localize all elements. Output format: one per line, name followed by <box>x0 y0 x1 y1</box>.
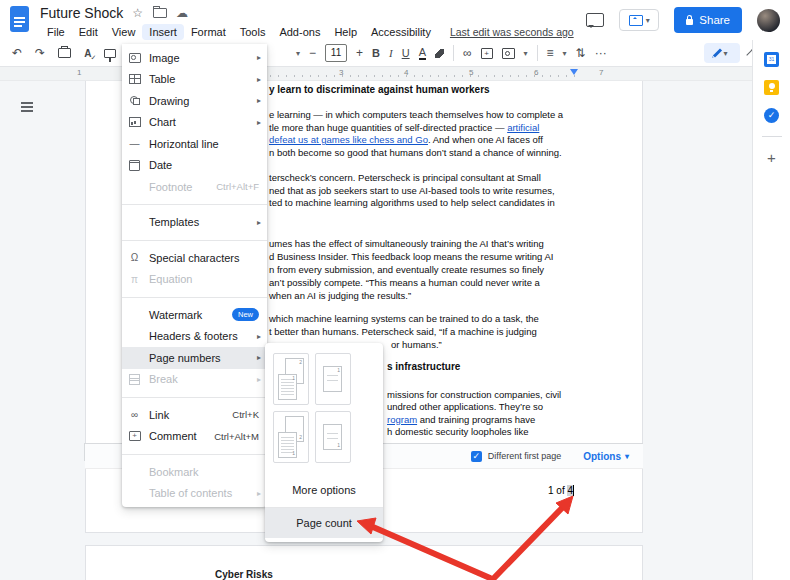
image-dropdown-icon[interactable]: ▾ <box>524 49 528 58</box>
menu-item-watermark[interactable]: WatermarkNew <box>122 304 267 326</box>
menu-item-horizontal-line[interactable]: —Horizontal line <box>122 133 267 155</box>
indent-marker-icon[interactable] <box>570 69 578 75</box>
menu-item-label: Bookmark <box>149 466 199 478</box>
spellcheck-button[interactable]: A <box>84 48 91 59</box>
insert-comment-button[interactable]: + <box>481 48 493 59</box>
submenu-arrow-icon: ▸ <box>257 353 261 362</box>
menubar-item-format[interactable]: Format <box>184 24 233 40</box>
ruler[interactable]: 134567 <box>0 66 752 81</box>
submenu-arrow-icon: ▸ <box>257 75 261 84</box>
redo-button[interactable]: ↷ <box>35 40 45 66</box>
submenu-more-options[interactable]: More options <box>265 477 383 503</box>
highlight-color-button[interactable] <box>435 49 444 58</box>
more-toolbar-button[interactable]: ··· <box>595 40 607 66</box>
drawing-icon <box>128 95 141 107</box>
menu-item-templates[interactable]: Templates▸ <box>122 212 267 234</box>
menubar-item-insert[interactable]: Insert <box>142 24 184 40</box>
page-number-field[interactable]: 1 of 4 <box>548 485 574 496</box>
menu-item-special-characters[interactable]: ΩSpecial characters <box>122 247 267 269</box>
submenu-page-count[interactable]: Page count <box>265 508 383 538</box>
menu-item-chart[interactable]: Chart▸ <box>122 112 267 134</box>
insert-image-button[interactable] <box>502 48 515 59</box>
menubar-item-file[interactable]: File <box>40 24 72 40</box>
menu-icon-placeholder <box>128 309 141 321</box>
menubar-item-help[interactable]: Help <box>327 24 364 40</box>
bold-button[interactable]: B <box>372 40 380 66</box>
google-tasks-icon[interactable]: ✓ <box>764 108 779 123</box>
menu-item-comment[interactable]: +CommentCtrl+Alt+M <box>122 426 267 448</box>
pi-icon: π <box>128 273 141 285</box>
toolbar-divider <box>453 45 454 61</box>
menu-item-label: Special characters <box>149 252 240 264</box>
menu-item-label: Comment <box>149 430 197 442</box>
last-edit-status[interactable]: Last edit was seconds ago <box>450 26 574 38</box>
font-size-input[interactable]: 11 <box>325 44 347 62</box>
page-numbers-submenu: 211211 More options Page count <box>265 343 383 542</box>
menubar-item-tools[interactable]: Tools <box>233 24 273 40</box>
menu-icon-placeholder <box>128 330 141 342</box>
underline-button[interactable]: U <box>402 40 410 66</box>
account-avatar[interactable] <box>757 9 780 32</box>
insert-menu: Image▸Table▸Drawing▸Chart▸—Horizontal li… <box>122 44 267 507</box>
menubar-item-accessibility[interactable]: Accessibility <box>364 24 438 40</box>
line-spacing-button[interactable]: ⇅ <box>576 40 586 66</box>
undo-button[interactable]: ↶ <box>12 40 22 66</box>
ruler-number-1: 1 <box>77 68 81 77</box>
menubar-item-edit[interactable]: Edit <box>72 24 105 40</box>
menu-item-date[interactable]: Date <box>122 155 267 177</box>
menu-item-table[interactable]: Table▸ <box>122 69 267 91</box>
print-button[interactable] <box>58 48 71 58</box>
page-number-option-header-except-first[interactable]: 1 <box>315 353 351 405</box>
paint-format-button[interactable] <box>104 49 116 58</box>
ruler-number-7: 7 <box>599 68 603 77</box>
document-title[interactable]: Future Shock <box>40 5 123 21</box>
open-comments-icon[interactable] <box>586 13 604 27</box>
get-add-ons-icon[interactable]: + <box>767 150 776 165</box>
footer-options-button[interactable]: Options ▾ <box>583 451 629 462</box>
move-to-folder-icon[interactable] <box>153 8 167 18</box>
align-button[interactable]: ≡ <box>547 40 554 66</box>
text-color-button[interactable]: A <box>419 47 426 60</box>
menu-item-headers-footers[interactable]: Headers & footers▸ <box>122 326 267 348</box>
page-number-option-header-all-pages[interactable]: 21 <box>273 353 309 405</box>
page-number-option-footer-all-pages[interactable]: 21 <box>273 411 309 463</box>
editing-mode-button[interactable]: ▾ <box>704 43 740 63</box>
menubar-item-view[interactable]: View <box>105 24 143 40</box>
menu-item-link[interactable]: ∞LinkCtrl+K <box>122 404 267 426</box>
align-dropdown-icon[interactable]: ▾ <box>563 49 567 58</box>
menu-item-image[interactable]: Image▸ <box>122 47 267 69</box>
star-icon[interactable]: ☆ <box>132 7 143 19</box>
menu-icon-placeholder <box>128 181 141 193</box>
share-button[interactable]: Share <box>674 7 742 33</box>
insert-link-button[interactable]: ∞ <box>463 40 472 66</box>
menu-shortcut: Ctrl+Alt+F <box>216 181 259 192</box>
google-keep-icon[interactable] <box>764 80 779 95</box>
menu-item-drawing[interactable]: Drawing▸ <box>122 90 267 112</box>
submenu-arrow-icon: ▸ <box>257 218 261 227</box>
menu-item-label: Image <box>149 52 180 64</box>
next-page-heading: Cyber Risks <box>215 569 273 580</box>
menu-item-page-numbers[interactable]: Page numbers▸ <box>122 347 267 369</box>
google-calendar-icon[interactable] <box>764 52 779 67</box>
menu-item-footnote: FootnoteCtrl+Alt+F <box>122 176 267 198</box>
menu-icon-placeholder <box>128 216 141 228</box>
menu-divider <box>122 454 267 455</box>
next-page[interactable]: Cyber Risks <box>85 545 643 580</box>
increase-font-size-button[interactable]: + <box>356 40 363 66</box>
menu-item-label: Date <box>149 159 172 171</box>
decrease-font-size-button[interactable]: − <box>309 40 316 66</box>
menu-item-label: Table of contents <box>149 487 232 499</box>
toolbar: ↶ ↷ A ▾ − 11 + B I U A ∞ + ▾ ≡ ▾ ⇅ ··· ▾ <box>0 40 790 67</box>
styles-dropdown-icon[interactable]: ▾ <box>296 49 300 58</box>
italic-button[interactable]: I <box>389 40 393 66</box>
menu-item-break: Break▸ <box>122 369 267 391</box>
menubar-item-add-ons[interactable]: Add-ons <box>272 24 327 40</box>
present-button[interactable]: ▾ <box>619 9 659 31</box>
menu-item-equation: πEquation <box>122 269 267 291</box>
page-number-option-footer-except-first[interactable]: 1 <box>315 411 351 463</box>
google-docs-logo-icon[interactable] <box>10 6 29 32</box>
chevron-down-icon: ▾ <box>625 452 629 461</box>
submenu-arrow-icon: ▸ <box>257 96 261 105</box>
different-first-page-checkbox[interactable]: ✓ <box>471 451 482 462</box>
comment-icon: + <box>128 430 141 442</box>
